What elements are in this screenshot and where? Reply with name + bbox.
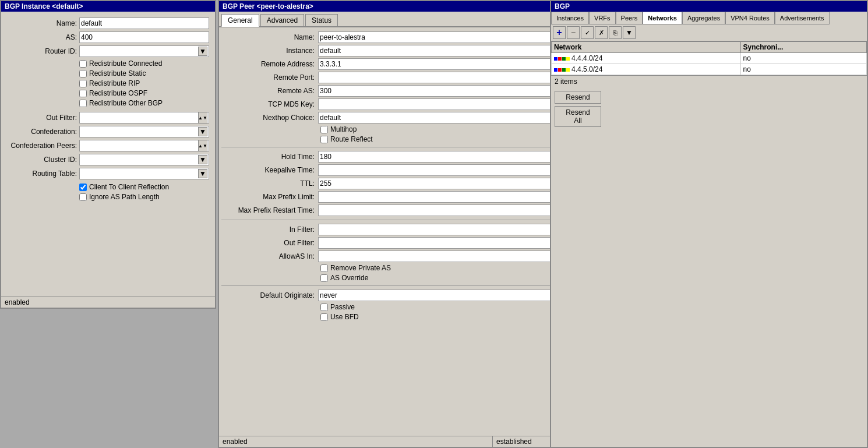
redistribute-rip-label: Redistribute RIP (89, 79, 140, 87)
peer-remote-as-label: Remote AS: (221, 87, 315, 95)
router-id-row: Router ID: ▼ (7, 45, 209, 57)
cluster-id-row: Cluster ID: ▼ (7, 154, 209, 165)
use-bfd-checkbox[interactable] (320, 313, 328, 321)
confederation-peers-dropdown[interactable]: ▲▼ (79, 140, 209, 151)
router-id-arrow[interactable]: ▼ (198, 47, 207, 56)
resend-all-button[interactable]: Resend All (555, 106, 601, 127)
resend-button[interactable]: Resend (555, 91, 601, 104)
name-input[interactable] (79, 17, 209, 29)
passive-checkbox[interactable] (320, 304, 328, 311)
as-label: AS: (7, 33, 77, 41)
name-label: Name: (7, 19, 77, 27)
network-icon (554, 54, 571, 62)
tab-advertisements[interactable]: Advertisements (775, 12, 830, 24)
as-input[interactable] (79, 31, 209, 43)
redistribute-other-bgp-label: Redistribute Other BGP (89, 99, 163, 107)
name-row: Name: (7, 17, 209, 29)
filter-button[interactable]: ▼ (623, 26, 636, 39)
col-network: Network (552, 42, 741, 53)
remove-button[interactable]: − (567, 26, 580, 39)
peer-max-prefix-restart-label: Max Prefix Restart Time: (221, 206, 315, 214)
cluster-id-arrow[interactable]: ▼ (198, 155, 207, 164)
confederation-row: Confederation: ▼ (7, 126, 209, 137)
cluster-id-dropdown[interactable]: ▼ (79, 154, 209, 165)
redistribute-ospf-checkbox[interactable] (79, 90, 87, 97)
table-row[interactable]: 4.4.4.0/24no (552, 53, 867, 64)
peer-out-filter-label: Out Filter: (221, 239, 315, 247)
tab-networks[interactable]: Networks (643, 12, 682, 24)
out-filter-dropdown[interactable]: ▲▼ (79, 112, 209, 124)
out-filter-label: Out Filter: (7, 114, 77, 122)
tab-instances[interactable]: Instances (551, 12, 589, 24)
bgp-instance-panel: BGP Instance <default> Name: AS: Router … (0, 0, 216, 309)
use-bfd-label: Use BFD (330, 313, 359, 321)
peer-remote-port-label: Remote Port: (221, 73, 315, 82)
tab-vpn4-routes[interactable]: VPN4 Routes (725, 12, 775, 24)
tab-advanced[interactable]: Advanced (260, 14, 304, 26)
peer-max-prefix-label: Max Prefix Limit: (221, 193, 315, 201)
ignore-as-path-checkbox[interactable] (79, 193, 87, 201)
multihop-checkbox[interactable] (320, 126, 328, 133)
confederation-peers-row: Confederation Peers: ▲▼ (7, 140, 209, 151)
peer-in-filter-label: In Filter: (221, 225, 315, 234)
routing-table-label: Routing Table: (7, 170, 77, 178)
peer-instance-label: Instance: (221, 47, 315, 55)
add-button[interactable]: + (553, 26, 566, 39)
route-reflect-label: Route Reflect (330, 135, 373, 143)
peer-ttl-label: TTL: (221, 179, 315, 188)
ignore-as-path-label: Ignore AS Path Length (89, 193, 160, 201)
bgp-toolbar: + − ✓ ✗ ⎘ ▼ (551, 24, 867, 41)
routing-table-arrow[interactable]: ▼ (198, 169, 207, 178)
redistribute-static-label: Redistribute Static (89, 69, 146, 77)
table-row[interactable]: 4.4.5.0/24no (552, 64, 867, 75)
remove-private-as-label: Remove Private AS (330, 264, 391, 272)
network-cell: 4.4.4.0/24 (552, 53, 741, 64)
redistribute-connected-checkbox[interactable] (79, 60, 87, 68)
as-override-checkbox[interactable] (320, 274, 328, 282)
confederation-dropdown[interactable]: ▼ (79, 126, 209, 137)
bgp-main-title: BGP (551, 1, 867, 12)
tab-general[interactable]: General (221, 14, 259, 27)
peer-tcp-md5-label: TCP MD5 Key: (221, 100, 315, 108)
redistribute-ospf-label: Redistribute OSPF (89, 89, 147, 97)
peer-remote-address-label: Remote Address: (221, 60, 315, 68)
routing-table-row: Routing Table: ▼ (7, 168, 209, 179)
sync-cell: no (740, 53, 866, 64)
remove-private-as-checkbox[interactable] (320, 264, 328, 272)
peer-allowas-label: AllowAS In: (221, 252, 315, 260)
networks-table-container: Network Synchroni... 4.4.4.0/24no 4.4.5.… (551, 41, 867, 75)
ignore-as-path-row: Ignore AS Path Length (79, 193, 209, 201)
peer-nexthop-value: default (320, 114, 341, 122)
redistribute-other-bgp-row: Redistribute Other BGP (79, 99, 209, 107)
bgp-peer-status-left: enabled (219, 436, 492, 447)
tab-peers[interactable]: Peers (616, 12, 643, 24)
confederation-peers-label: Confederation Peers: (7, 142, 77, 150)
tab-vrfs[interactable]: VRFs (589, 12, 616, 24)
network-cell: 4.4.5.0/24 (552, 64, 741, 75)
route-reflect-checkbox[interactable] (320, 136, 328, 143)
redistribute-rip-checkbox[interactable] (79, 80, 87, 87)
bgp-main-panel: BGP Instances VRFs Peers Networks Aggreg… (550, 0, 868, 448)
client-to-client-checkbox[interactable] (79, 184, 87, 191)
networks-tbody: 4.4.4.0/24no 4.4.5.0/24no (552, 53, 867, 75)
apply-button[interactable]: ✓ (581, 26, 594, 39)
bgp-main-tabs: Instances VRFs Peers Networks Aggregates… (551, 12, 867, 24)
cancel-button[interactable]: ✗ (595, 26, 608, 39)
bgp-instance-title: BGP Instance <default> (1, 1, 215, 12)
routing-table-dropdown[interactable]: ▼ (79, 168, 209, 179)
tab-aggregates[interactable]: Aggregates (682, 12, 725, 24)
confederation-arrow[interactable]: ▼ (198, 127, 207, 136)
networks-table: Network Synchroni... 4.4.4.0/24no 4.4.5.… (551, 41, 867, 75)
confederation-peers-arrow[interactable]: ▲▼ (198, 140, 207, 151)
redistribute-other-bgp-checkbox[interactable] (79, 100, 87, 107)
client-to-client-label: Client To Client Reflection (89, 183, 169, 191)
tab-status[interactable]: Status (305, 14, 338, 26)
redistribute-connected-row: Redistribute Connected (79, 59, 209, 68)
copy-button[interactable]: ⎘ (609, 26, 622, 39)
router-id-dropdown[interactable]: ▼ (79, 45, 209, 57)
peer-nexthop-label: Nexthop Choice: (221, 114, 315, 122)
network-icon (554, 65, 571, 73)
out-filter-arrow[interactable]: ▲▼ (198, 112, 207, 124)
peer-name-label: Name: (221, 33, 315, 41)
redistribute-static-checkbox[interactable] (79, 70, 87, 77)
